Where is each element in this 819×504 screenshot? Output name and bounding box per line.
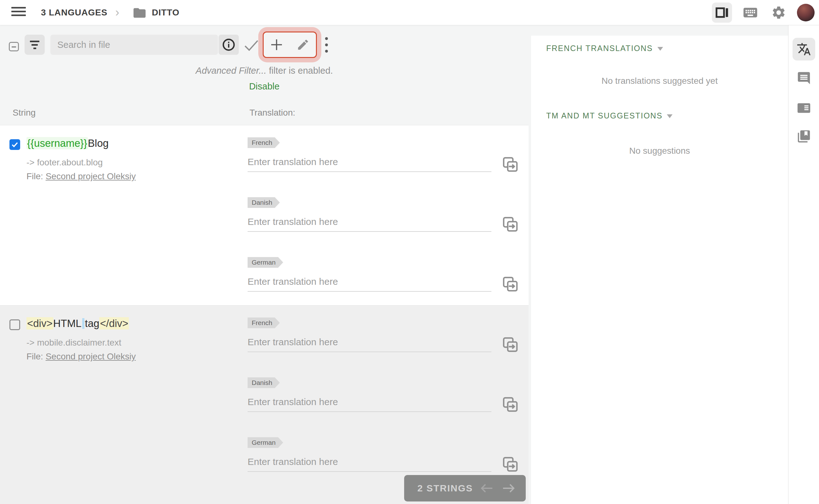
gear-icon <box>771 5 786 20</box>
copy-arrow-icon <box>501 336 519 353</box>
add-string-button[interactable] <box>270 38 283 52</box>
arrow-left-icon <box>479 482 494 495</box>
file-reference: File: Second project Oleksiy <box>26 352 136 362</box>
select-all-checkbox[interactable] <box>9 42 19 51</box>
copy-arrow-icon <box>501 396 519 413</box>
edit-string-button[interactable] <box>296 38 310 52</box>
breadcrumb-languages[interactable]: 3 LANGUAGES <box>41 8 107 18</box>
info-icon <box>222 38 236 52</box>
search-input[interactable] <box>50 35 218 55</box>
arrow-right-icon <box>501 482 516 495</box>
file-link[interactable]: Second project Oleksiy <box>46 352 136 361</box>
column-header-string: String <box>13 108 36 118</box>
info-button[interactable] <box>219 35 239 55</box>
glossary-tab-button[interactable] <box>797 129 811 144</box>
language-tag: German <box>248 437 283 448</box>
translations-column: French Danish <box>248 306 529 504</box>
reader-mode-icon <box>797 101 811 115</box>
language-tag: French <box>248 137 280 148</box>
folder-icon <box>132 6 147 21</box>
empty-state-text: No translations suggested yet <box>531 76 788 86</box>
plus-icon <box>270 38 283 51</box>
language-tag: Danish <box>248 197 280 208</box>
validate-button[interactable] <box>243 38 260 54</box>
highlighted-toolbar-group <box>263 31 317 58</box>
copy-arrow-icon <box>501 275 519 293</box>
topbar-actions <box>712 0 815 25</box>
translation-input-danish[interactable] <box>248 392 491 412</box>
breadcrumb-chevron-icon: › <box>115 6 119 19</box>
copy-source-button[interactable] <box>501 215 519 233</box>
previous-page-button[interactable] <box>479 482 494 495</box>
copy-source-button[interactable] <box>501 275 519 293</box>
row-checkbox-checked[interactable] <box>9 139 20 150</box>
copy-source-button[interactable] <box>501 156 519 173</box>
main-area: Advanced Filter... filter is enabled. Di… <box>0 25 819 504</box>
next-page-button[interactable] <box>501 482 516 495</box>
copy-arrow-icon <box>501 156 519 173</box>
collapse-triangle-icon <box>657 47 663 51</box>
filter-button[interactable] <box>25 35 45 55</box>
copy-source-button[interactable] <box>501 336 519 353</box>
side-tool-strip <box>788 25 819 504</box>
filter-name: Advanced Filter... <box>196 66 266 76</box>
kebab-menu-icon <box>325 37 328 40</box>
translate-icon <box>797 42 811 56</box>
string-count: 2 STRINGS <box>417 483 473 494</box>
translation-block-danish: Danish <box>248 377 529 434</box>
file-reference: File: Second project Oleksiy <box>26 171 136 181</box>
text-cursor <box>82 318 84 329</box>
filter-icon <box>30 41 39 42</box>
file-link[interactable]: Second project Oleksiy <box>46 171 136 181</box>
app-window: 3 LANGUAGES › DITTO <box>0 0 819 504</box>
source-string: <div>HTMLtag</div> <box>26 318 129 329</box>
breadcrumb-ditto[interactable]: DITTO <box>152 8 179 18</box>
filter-notice: Advanced Filter... filter is enabled. <box>0 66 529 76</box>
layout-sidebar-toggle-button[interactable] <box>712 3 732 23</box>
translation-input-french[interactable] <box>248 333 491 352</box>
sidebar-layout-icon <box>715 6 729 20</box>
collections-bookmark-icon <box>797 129 811 144</box>
translation-block-french: French <box>248 137 529 194</box>
settings-button[interactable] <box>769 3 789 23</box>
string-key: -> footer.about.blog <box>26 157 103 168</box>
copy-source-button[interactable] <box>501 396 519 413</box>
keyboard-shortcuts-button[interactable] <box>740 3 760 23</box>
row-checkbox-unchecked[interactable] <box>9 319 20 330</box>
translations-column: French Danish <box>248 125 529 305</box>
top-bar: 3 LANGUAGES › DITTO <box>0 0 819 25</box>
section-tm-mt-suggestions[interactable]: TM AND MT SUGGESTIONS <box>546 111 673 120</box>
language-tag: German <box>248 257 283 268</box>
string-key: -> mobile.disclaimer.text <box>26 338 121 348</box>
more-options-button[interactable] <box>324 37 328 56</box>
filter-notice-text: filter is enabled. <box>266 66 333 76</box>
comment-icon <box>797 71 811 85</box>
html-tag-highlight: </div> <box>99 317 129 329</box>
translation-input-german[interactable] <box>248 452 491 472</box>
hamburger-menu-icon[interactable] <box>11 7 26 18</box>
column-header-translation: Translation: <box>249 108 295 118</box>
translation-input-danish[interactable] <box>248 212 491 232</box>
suggestions-panel: FRENCH TRANSLATIONS No translations sugg… <box>531 36 788 504</box>
reader-mode-tab-button[interactable] <box>797 101 811 115</box>
translation-block-german: German <box>248 257 529 314</box>
string-row: <div>HTMLtag</div> -> mobile.disclaimer.… <box>0 306 529 504</box>
copy-source-button[interactable] <box>501 455 519 473</box>
translation-block-french: French <box>248 318 529 374</box>
comments-tab-button[interactable] <box>797 71 811 85</box>
language-tag: French <box>248 318 280 328</box>
translations-tab-button[interactable] <box>793 38 815 60</box>
user-avatar[interactable] <box>797 4 815 21</box>
translation-input-german[interactable] <box>248 272 491 292</box>
translation-input-french[interactable] <box>248 152 491 172</box>
source-string: {{username}}Blog <box>26 137 109 149</box>
keyboard-icon <box>742 4 759 21</box>
check-icon <box>11 140 19 149</box>
html-tag-highlight: <div> <box>26 317 53 329</box>
checkmark-icon <box>243 38 260 52</box>
disable-filter-link[interactable]: Disable <box>0 81 529 92</box>
copy-arrow-icon <box>501 455 519 473</box>
section-french-translations[interactable]: FRENCH TRANSLATIONS <box>546 44 663 53</box>
pencil-icon <box>296 38 310 51</box>
collapse-triangle-icon <box>667 114 673 118</box>
